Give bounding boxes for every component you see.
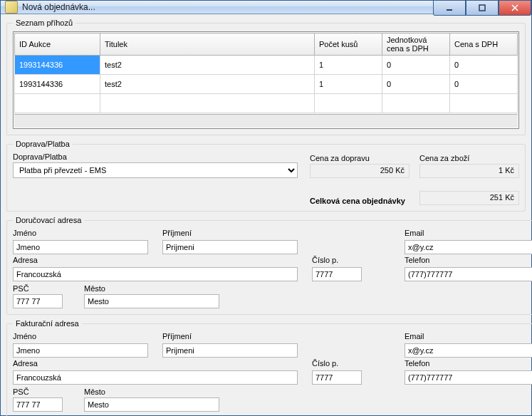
bids-legend: Seznam příhozů xyxy=(13,19,75,27)
transport-combo-label: Doprava/Platba xyxy=(13,152,298,161)
delivery-city-label: Město xyxy=(84,284,219,293)
shipping-price-value: 250 Kč xyxy=(310,164,410,178)
transport-group: Doprava/Platba Doprava/Platba Platba při… xyxy=(6,140,526,212)
delivery-psc-input[interactable] xyxy=(13,294,63,308)
grid-footer xyxy=(14,114,518,128)
delivery-num-input[interactable] xyxy=(312,267,362,281)
transport-legend: Doprava/Platba xyxy=(13,140,73,148)
delivery-phone-label: Telefon xyxy=(405,256,532,264)
goods-price-label: Cena za zboží xyxy=(419,154,519,162)
svg-rect-1 xyxy=(479,5,485,11)
transport-combo[interactable]: Platba při převzetí - EMS xyxy=(13,162,298,178)
cell-title: test2 xyxy=(100,75,315,94)
billing-num-label: Číslo p. xyxy=(312,359,397,368)
delivery-first-input[interactable] xyxy=(13,240,148,254)
client-area: Seznam příhozů ID Aukce Titulek Počet ku… xyxy=(1,14,531,416)
order-total-value: 251 Kč xyxy=(419,191,519,205)
titlebar[interactable]: Nová objednávka... xyxy=(1,1,531,14)
shipping-price-label: Cena za dopravu xyxy=(310,154,410,162)
delivery-address-group: Doručovací adresa Jméno Příjmení Email A… xyxy=(6,216,532,315)
billing-first-label: Jméno xyxy=(13,332,155,340)
billing-psc-label: PSČ xyxy=(13,388,77,396)
table-row[interactable]: 1993144336 test2 1 0 0 xyxy=(15,56,518,75)
window-title: Nová objednávka... xyxy=(22,2,95,12)
table-row[interactable] xyxy=(15,94,518,113)
delivery-email-label: Email xyxy=(405,229,532,237)
delivery-email-input[interactable] xyxy=(405,240,532,254)
delivery-last-label: Příjmení xyxy=(162,229,305,237)
maximize-button[interactable] xyxy=(466,1,499,16)
billing-addr-label: Adresa xyxy=(13,359,155,368)
window-buttons xyxy=(433,1,531,15)
close-button[interactable] xyxy=(499,1,531,16)
billing-first-input[interactable] xyxy=(13,343,148,358)
col-total[interactable]: Cena s DPH xyxy=(450,33,518,56)
billing-city-label: Město xyxy=(84,388,219,396)
billing-last-input[interactable] xyxy=(162,343,298,358)
table-row[interactable]: 1993144336 test2 1 0 0 xyxy=(15,75,518,94)
delivery-num-label: Číslo p. xyxy=(312,256,397,264)
billing-email-label: Email xyxy=(405,332,532,340)
cell-qty: 1 xyxy=(315,56,382,75)
cell-id: 1993144336 xyxy=(15,75,100,94)
cell-unit: 0 xyxy=(382,56,450,75)
delivery-addr-input[interactable] xyxy=(13,267,298,281)
app-icon xyxy=(5,1,18,14)
col-id[interactable]: ID Aukce xyxy=(15,33,100,56)
goods-price-value: 1 Kč xyxy=(419,164,519,178)
delivery-addr-label: Adresa xyxy=(13,256,155,264)
cell-qty: 1 xyxy=(315,75,382,94)
cell-title: test2 xyxy=(100,56,315,75)
delivery-first-label: Jméno xyxy=(13,229,155,237)
order-total-label: Celková cena objednávky xyxy=(310,197,419,205)
delivery-psc-label: PSČ xyxy=(13,284,77,293)
window: Nová objednávka... Seznam příhozů ID Auk… xyxy=(0,0,532,416)
billing-email-input[interactable] xyxy=(405,343,532,358)
svg-rect-0 xyxy=(447,9,452,11)
bids-group: Seznam příhozů ID Aukce Titulek Počet ku… xyxy=(6,19,526,135)
billing-addr-input[interactable] xyxy=(13,370,298,385)
delivery-city-input[interactable] xyxy=(84,294,219,308)
delivery-phone-input[interactable] xyxy=(405,267,532,281)
billing-num-input[interactable] xyxy=(312,370,362,385)
col-qty[interactable]: Počet kusů xyxy=(315,33,382,56)
billing-legend: Fakturační adresa xyxy=(13,319,82,328)
minimize-button[interactable] xyxy=(433,1,466,16)
col-title[interactable]: Titulek xyxy=(100,33,315,56)
cell-unit: 0 xyxy=(382,75,450,94)
table-header-row: ID Aukce Titulek Počet kusů Jednotková c… xyxy=(15,33,518,56)
cell-id: 1993144336 xyxy=(15,56,100,75)
cell-total: 0 xyxy=(450,56,518,75)
cell-total: 0 xyxy=(450,75,518,94)
delivery-last-input[interactable] xyxy=(162,240,298,254)
billing-last-label: Příjmení xyxy=(162,332,305,340)
billing-address-group: Fakturační adresa Jméno Příjmení Email A… xyxy=(6,319,532,416)
billing-city-input[interactable] xyxy=(84,397,219,412)
delivery-legend: Doručovací adresa xyxy=(13,216,84,224)
billing-psc-input[interactable] xyxy=(13,397,63,412)
col-unit[interactable]: Jednotková cena s DPH xyxy=(382,33,450,56)
billing-phone-input[interactable] xyxy=(405,370,532,385)
billing-phone-label: Telefon xyxy=(405,359,532,368)
bids-grid[interactable]: ID Aukce Titulek Počet kusů Jednotková c… xyxy=(13,31,519,129)
